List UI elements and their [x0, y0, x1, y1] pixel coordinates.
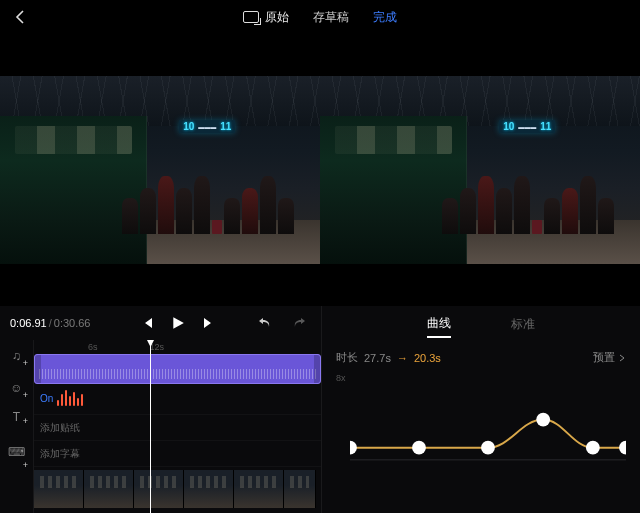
clip-thumbnail[interactable] [184, 470, 234, 508]
subtitle-track-icon[interactable]: T+ [0, 404, 33, 430]
timecode: 0:06.91/0:30.66 [10, 317, 90, 329]
subtitle-track[interactable]: 添加字幕 [34, 440, 321, 466]
tracks-area[interactable]: 6s 12s On 添加贴纸 添加字幕 [34, 340, 321, 513]
sticker-track-icon[interactable]: ☺+ [0, 372, 33, 404]
undo-button[interactable] [253, 311, 277, 335]
waveform-icon [57, 390, 83, 406]
duration-old: 27.7s [364, 352, 391, 364]
platform-sign: 10 ▬▬▬ 11 [179, 120, 235, 133]
undo-icon [258, 316, 272, 330]
aspect-ratio-button[interactable]: 原始 [243, 9, 289, 26]
preview-left-pane: 10 ▬▬▬ 11 [0, 76, 320, 264]
save-draft-button[interactable]: 存草稿 [313, 9, 349, 26]
clip-thumbnail[interactable] [84, 470, 134, 508]
platform-sign: 10 ▬▬▬ 11 [499, 120, 555, 133]
tab-curve[interactable]: 曲线 [427, 315, 451, 338]
clip-thumbnail[interactable] [234, 470, 284, 508]
sticker-track[interactable]: 添加贴纸 [34, 414, 321, 440]
timeline-body: ♫+ ☺+ T+ ⌨+ 6s 12s On [0, 340, 321, 513]
skip-forward-icon [202, 317, 214, 329]
clip-thumbnail[interactable] [134, 470, 184, 508]
chevron-right-icon [618, 354, 626, 362]
redo-button[interactable] [287, 311, 311, 335]
curve-point[interactable] [481, 441, 495, 455]
thumbnail-track[interactable] [34, 466, 321, 510]
skip-back-icon [142, 317, 154, 329]
preset-button[interactable]: 预置 [593, 350, 626, 365]
curve-panel: 曲线 标准 时长 27.7s → 20.3s 预置 8x [322, 306, 640, 513]
preview-right-pane: 10 ▬▬▬ 11 [320, 76, 640, 264]
clip-thumbnail[interactable] [34, 470, 84, 508]
track-icons-column: ♫+ ☺+ T+ ⌨+ [0, 340, 34, 513]
audio-track[interactable]: On [34, 382, 321, 414]
redo-icon [292, 316, 306, 330]
aspect-icon [243, 11, 259, 23]
done-button[interactable]: 完成 [373, 9, 397, 26]
curve-point[interactable] [350, 441, 357, 455]
header-center: 原始 存草稿 完成 [30, 9, 610, 26]
top-header: 原始 存草稿 完成 [0, 0, 640, 34]
audio-track-icon[interactable]: ♫+ [0, 340, 33, 372]
video-preview[interactable]: 10 ▬▬▬ 11 10 ▬▬▬ [0, 34, 640, 306]
play-icon [171, 316, 185, 330]
speed-curve[interactable] [350, 381, 626, 499]
clip-handle-right[interactable] [314, 355, 320, 383]
next-frame-button[interactable] [196, 311, 220, 335]
curve-point[interactable] [619, 441, 626, 455]
playback-bar: 0:06.91/0:30.66 [0, 306, 321, 340]
tab-standard[interactable]: 标准 [511, 316, 535, 337]
preview-crop: 10 ▬▬▬ 11 10 ▬▬▬ [0, 76, 640, 264]
y-axis-label: 8x [336, 373, 346, 383]
play-button[interactable] [166, 311, 190, 335]
aspect-label: 原始 [265, 9, 289, 26]
clip-thumbnail[interactable] [284, 470, 316, 508]
chevron-left-icon [15, 10, 25, 24]
timeline-column: 0:06.91/0:30.66 ♫+ [0, 306, 322, 513]
clip-handle-left[interactable] [35, 355, 41, 383]
video-clip[interactable] [34, 354, 321, 384]
curve-point[interactable] [412, 441, 426, 455]
duration-new: 20.3s [414, 352, 441, 364]
time-ruler[interactable]: 6s 12s [34, 340, 321, 354]
keyboard-track-icon[interactable]: ⌨+ [0, 430, 33, 474]
bottom-panel: 0:06.91/0:30.66 ♫+ [0, 306, 640, 513]
curve-tabs: 曲线 标准 [336, 312, 626, 340]
duration-row: 时长 27.7s → 20.3s 预置 [336, 350, 626, 365]
curve-point[interactable] [536, 413, 550, 427]
playhead[interactable] [150, 340, 151, 513]
back-button[interactable] [10, 7, 30, 27]
duration-label: 时长 [336, 350, 358, 365]
speed-curve-editor[interactable]: 8x [336, 373, 626, 503]
prev-frame-button[interactable] [136, 311, 160, 335]
curve-point[interactable] [586, 441, 600, 455]
arrow-icon: → [397, 352, 408, 364]
